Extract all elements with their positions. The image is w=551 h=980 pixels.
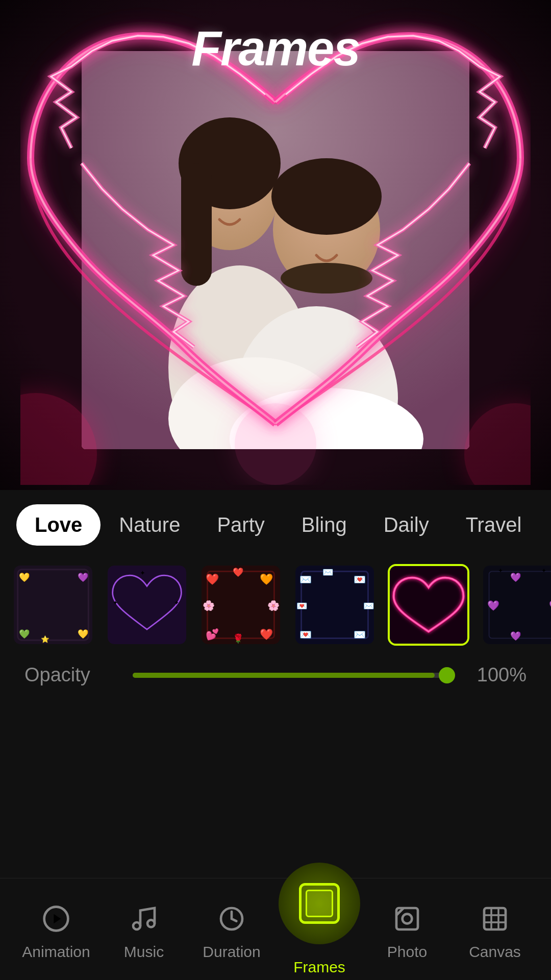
nav-item-photo[interactable]: Photo xyxy=(363,898,451,961)
frame-thumbnails: 💛💜 💚💛 ⭐ ✦✦✦ ❤️🧡 ❤️ 💕❤️ 🌹 🌸🌸 ✉️💌 ✉️ 💌✉️ 💌… xyxy=(0,556,551,654)
play-circle-icon xyxy=(36,898,77,939)
svg-text:🌹: 🌹 xyxy=(233,633,244,644)
canvas-icon xyxy=(474,898,515,939)
svg-text:✦: ✦ xyxy=(541,568,546,574)
svg-text:✉️: ✉️ xyxy=(299,574,312,585)
opacity-value: 100% xyxy=(470,664,527,686)
svg-text:💚: 💚 xyxy=(19,628,30,640)
frame-thumb-f4[interactable]: ✉️💌 ✉️ 💌✉️ 💌✉️ xyxy=(294,564,375,646)
frame-thumb-f5[interactable] xyxy=(388,564,469,646)
opacity-thumb[interactable] xyxy=(439,667,455,683)
svg-text:✉️: ✉️ xyxy=(354,629,366,641)
svg-text:✉️: ✉️ xyxy=(363,600,374,611)
svg-text:❤️: ❤️ xyxy=(260,628,273,641)
svg-rect-5 xyxy=(181,163,212,286)
svg-text:💌: 💌 xyxy=(296,600,308,611)
svg-point-59 xyxy=(403,914,412,923)
bottom-panel: LoveNaturePartyBlingDailyTravel 💛💜 💚💛 ⭐ … xyxy=(0,490,551,980)
svg-text:❤️: ❤️ xyxy=(233,567,244,578)
svg-text:🌸: 🌸 xyxy=(203,600,215,611)
opacity-label: Opacity xyxy=(24,664,116,686)
svg-text:💜: 💜 xyxy=(78,572,89,583)
nav-label-duration: Duration xyxy=(203,943,260,961)
svg-point-56 xyxy=(147,920,155,927)
nav-item-frames[interactable]: Frames xyxy=(276,883,363,976)
svg-text:💜: 💜 xyxy=(549,600,551,611)
svg-text:💌: 💌 xyxy=(299,629,312,641)
nav-label-photo: Photo xyxy=(387,943,427,961)
svg-text:✦: ✦ xyxy=(498,568,503,574)
opacity-slider[interactable] xyxy=(133,673,454,678)
svg-text:✉️: ✉️ xyxy=(322,567,334,578)
frame-thumb-f1[interactable]: 💛💜 💚💛 ⭐ xyxy=(12,564,94,646)
bottom-nav: AnimationMusicDurationFramesPhotoCanvas xyxy=(0,878,551,980)
svg-text:🌸: 🌸 xyxy=(267,600,280,611)
svg-text:✦: ✦ xyxy=(174,600,179,606)
category-tab-travel[interactable]: Travel xyxy=(447,504,540,546)
category-tab-party[interactable]: Party xyxy=(198,504,283,546)
svg-rect-60 xyxy=(484,908,506,929)
category-tabs: LoveNaturePartyBlingDailyTravel xyxy=(0,490,551,556)
svg-text:✦: ✦ xyxy=(140,569,145,577)
svg-text:⭐: ⭐ xyxy=(41,635,49,644)
category-tab-bling[interactable]: Bling xyxy=(283,504,365,546)
page-title: Frames xyxy=(0,20,551,77)
svg-text:💛: 💛 xyxy=(19,572,30,583)
nav-label-frames: Frames xyxy=(293,959,345,976)
category-tab-daily[interactable]: Daily xyxy=(365,504,447,546)
svg-text:💛: 💛 xyxy=(78,628,89,640)
preview-area: Frames xyxy=(0,0,551,490)
nav-label-canvas: Canvas xyxy=(469,943,521,961)
svg-text:💌: 💌 xyxy=(354,574,366,585)
svg-point-55 xyxy=(133,922,140,929)
opacity-fill xyxy=(133,673,435,678)
nav-item-canvas[interactable]: Canvas xyxy=(451,898,539,961)
photo-icon xyxy=(387,898,428,939)
couple-photo xyxy=(82,51,469,449)
nav-item-music[interactable]: Music xyxy=(100,898,188,961)
frame-thumb-f3[interactable]: ❤️🧡 ❤️ 💕❤️ 🌹 🌸🌸 xyxy=(200,564,282,646)
svg-text:🧡: 🧡 xyxy=(260,573,273,586)
svg-text:💕: 💕 xyxy=(206,628,219,641)
category-tab-love[interactable]: Love xyxy=(16,504,101,546)
music-note-icon xyxy=(123,898,164,939)
svg-point-8 xyxy=(281,263,372,293)
nav-label-animation: Animation xyxy=(22,943,90,961)
svg-text:💜: 💜 xyxy=(510,572,521,583)
svg-marker-54 xyxy=(54,914,61,923)
frame-icon xyxy=(279,863,360,944)
timer-icon xyxy=(211,898,252,939)
svg-text:💜: 💜 xyxy=(487,600,500,611)
category-tab-nature[interactable]: Nature xyxy=(101,504,198,546)
svg-text:💜: 💜 xyxy=(510,630,521,642)
nav-item-animation[interactable]: Animation xyxy=(12,898,100,961)
frame-thumb-f2[interactable]: ✦✦✦ xyxy=(106,564,188,646)
svg-text:❤️: ❤️ xyxy=(206,573,219,586)
svg-text:✦: ✦ xyxy=(113,600,118,606)
opacity-row: Opacity 100% xyxy=(0,654,551,696)
frame-thumb-f6[interactable]: 💜 💜💜 💜 ✦✦ xyxy=(482,564,551,646)
nav-item-duration[interactable]: Duration xyxy=(188,898,276,961)
nav-label-music: Music xyxy=(124,943,164,961)
svg-point-7 xyxy=(271,158,382,235)
